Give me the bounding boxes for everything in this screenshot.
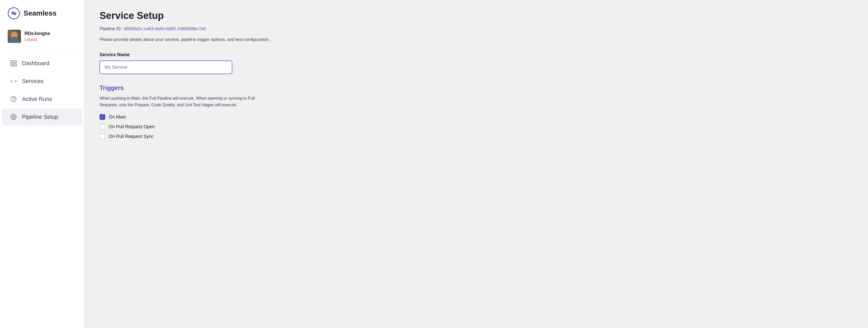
on-pr-sync-label: On Pull Request Sync <box>109 134 154 139</box>
on-main-label: On Main <box>109 114 126 120</box>
checkmark-icon: ✓ <box>101 115 104 119</box>
svg-rect-2 <box>14 61 16 63</box>
main-content: Service Setup Pipeline ID: d8583d1c-ce63… <box>84 0 868 328</box>
service-name-label: Service Name <box>99 52 853 58</box>
on-pr-open-label: On Pull Request Open <box>109 124 155 129</box>
username: RDeJonghe <box>25 31 50 36</box>
sidebar-item-services[interactable]: Services <box>2 73 82 90</box>
page-title: Service Setup <box>99 10 853 21</box>
logo-area: Seamless <box>0 0 84 26</box>
svg-rect-3 <box>11 64 13 66</box>
svg-point-6 <box>13 99 14 100</box>
dashboard-icon <box>10 60 18 67</box>
sidebar-item-dashboard-label: Dashboard <box>22 60 50 67</box>
user-area: RDeJonghe Logout <box>0 26 84 48</box>
pipeline-id-row: Pipeline ID: d8583d1c-ce63-4e0c-bd55-208… <box>99 26 853 31</box>
sidebar-item-pipeline-setup-label: Pipeline Setup <box>22 114 58 120</box>
pipeline-setup-icon <box>10 113 18 121</box>
pipeline-id-link[interactable]: d8583d1c-ce63-4e0c-bd55-2088409bc7e0 <box>124 26 206 31</box>
avatar <box>8 30 21 43</box>
service-name-input[interactable] <box>99 61 232 74</box>
pipeline-id-label: Pipeline ID: <box>99 26 122 31</box>
sidebar-item-pipeline-setup[interactable]: Pipeline Setup <box>2 109 82 125</box>
sidebar: Seamless RDeJonghe Logout Dashboard <box>0 0 84 328</box>
svg-point-8 <box>13 116 14 118</box>
triggers-description: When pushing to Main, the Full Pipeline … <box>99 95 273 108</box>
user-info: RDeJonghe Logout <box>25 31 50 42</box>
sidebar-item-active-runs-label: Active Runs <box>22 96 52 102</box>
active-runs-icon <box>10 95 18 103</box>
svg-rect-4 <box>14 64 16 66</box>
trigger-on-main-row: ✓ On Main <box>99 114 853 120</box>
on-main-checkbox[interactable]: ✓ <box>99 114 105 120</box>
sidebar-item-active-runs[interactable]: Active Runs <box>2 91 82 108</box>
sidebar-item-dashboard[interactable]: Dashboard <box>2 55 82 72</box>
seamless-logo-icon <box>8 7 20 20</box>
on-pr-sync-checkbox[interactable] <box>99 133 105 139</box>
trigger-on-pr-sync-row: On Pull Request Sync <box>99 133 853 139</box>
on-pr-open-checkbox[interactable] <box>99 124 105 129</box>
trigger-on-pr-open-row: On Pull Request Open <box>99 124 853 129</box>
services-icon <box>10 78 18 85</box>
sidebar-item-services-label: Services <box>22 78 43 85</box>
logout-button[interactable]: Logout <box>25 37 50 42</box>
service-description: Please provide details about your servic… <box>99 36 278 43</box>
svg-rect-1 <box>11 61 13 63</box>
app-name: Seamless <box>24 9 56 18</box>
triggers-section-title: Triggers <box>99 84 853 91</box>
